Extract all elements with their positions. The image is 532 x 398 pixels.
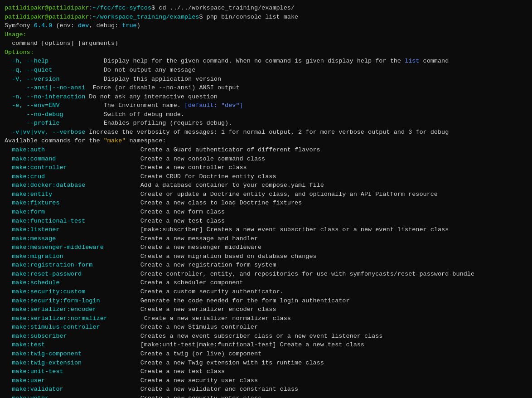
terminal-line-make-fixtures: make:fixtures Create a new class to load… — [5, 199, 527, 208]
terminal-line-make-subscriber: make:subscriber Creates a new event subs… — [5, 332, 527, 341]
terminal-line-make-stimulus-controller: make:stimulus-controller Create a new St… — [5, 323, 527, 332]
terminal-line-make-unit-test: make:unit-test Create a new test class — [5, 367, 527, 376]
terminal-line-avail-label: Available commands for the "make" namesp… — [5, 136, 527, 146]
terminal-line-make-security-custom: make:security:custom Create a custom sec… — [5, 287, 527, 296]
terminal-line-make-functional-test: make:functional-test Create a new test c… — [5, 217, 527, 226]
terminal-line-opt2: -q, --quiet Do not output any message — [5, 66, 527, 75]
terminal-line-make-auth: make:auth Create a Guard authenticator o… — [5, 146, 527, 155]
terminal-line-opt1: -h, --help Display help for the given co… — [5, 57, 527, 66]
terminal-line-prompt2: patildipakr@patildipakr:~/workspace_trai… — [5, 13, 527, 22]
terminal-line-make-controller: make:controller Create a new controller … — [5, 163, 527, 172]
terminal-line-make-voter: make:voter Create a new security voter c… — [5, 394, 527, 398]
terminal-line-opt4: --ansi|--no-ansi Force (or disable --no-… — [5, 83, 527, 92]
terminal-line-opt5: -n, --no-interaction Do not ask any inte… — [5, 92, 527, 102]
terminal-line-opt7: --no-debug Switch off debug mode. — [5, 110, 527, 119]
terminal: patildipakr@patildipakr:~/fcc/fcc-syfcos… — [5, 4, 527, 398]
terminal-line-options-label: Options: — [5, 48, 527, 57]
terminal-line-make-form: make:form Create a new form class — [5, 208, 527, 217]
terminal-line-make-command: make:command Create a new console comman… — [5, 155, 527, 164]
terminal-line-make-registration-form: make:registration-form Create a new regi… — [5, 261, 527, 270]
terminal-line-make-validator: make:validator Create a new validator an… — [5, 385, 527, 394]
terminal-line-make-entity: make:entity Create or update a Doctrine … — [5, 190, 527, 199]
terminal-line-make-messenger-middleware: make:messenger-middleware Create a new m… — [5, 243, 527, 252]
terminal-line-make-test: make:test [make:unit-test|make:functiona… — [5, 340, 527, 349]
terminal-line-opt8: --profile Enables profiling (requires de… — [5, 119, 527, 128]
terminal-line-make-twig-component: make:twig-component Create a twig (or li… — [5, 349, 527, 359]
terminal-line-make-docker-db: make:docker:database Add a database cont… — [5, 181, 527, 190]
terminal-line-make-schedule: make:schedule Create a scheduler compone… — [5, 278, 527, 287]
terminal-line-make-message: make:message Create a new message and ha… — [5, 234, 527, 243]
terminal-line-make-security-form-login: make:security:form-login Generate the co… — [5, 296, 527, 306]
terminal-line-opt9: -v|vv|vvv, --verbose Increase the verbos… — [5, 128, 527, 137]
terminal-line-opt6: -e, --env=ENV The Environment name. [def… — [5, 101, 527, 110]
terminal-line-usage-detail: command [options] [arguments] — [5, 39, 527, 48]
terminal-line-prompt1: patildipakr@patildipakr:~/fcc/fcc-syfcos… — [5, 4, 527, 13]
terminal-line-symfony-version: Symfony 6.4.9 (env: dev, debug: true) — [5, 21, 527, 30]
terminal-line-make-serializer-normalizer: make:serializer:normalizer Create a new … — [5, 314, 527, 323]
terminal-line-usage-label: Usage: — [5, 30, 527, 39]
terminal-line-opt3: -V, --version Display this application v… — [5, 75, 527, 84]
terminal-line-make-twig-extension: make:twig-extension Create a new Twig ex… — [5, 359, 527, 368]
terminal-line-make-crud: make:crud Create CRUD for Doctrine entit… — [5, 172, 527, 181]
terminal-line-make-reset-password: make:reset-password Create controller, e… — [5, 270, 527, 279]
terminal-line-make-serializer-encoder: make:serializer:encoder Create a new ser… — [5, 305, 527, 314]
terminal-line-make-user: make:user Create a new security user cla… — [5, 376, 527, 385]
terminal-line-make-migration: make:migration Create a new migration ba… — [5, 252, 527, 261]
terminal-line-make-listener: make:listener [make:subscriber] Creates … — [5, 225, 527, 234]
